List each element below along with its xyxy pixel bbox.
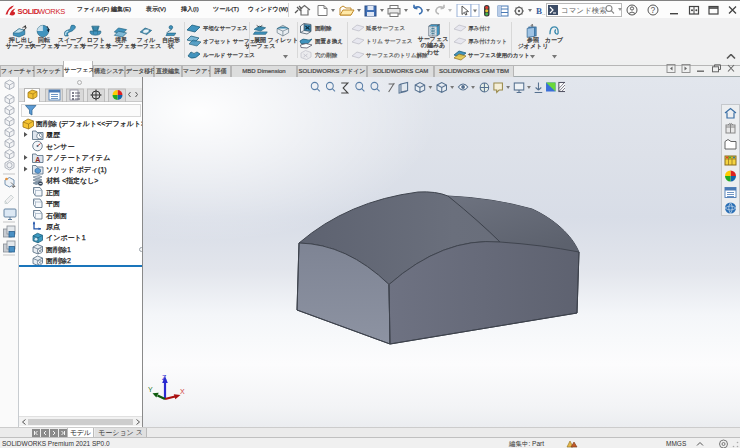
- svg-text:A: A: [35, 156, 40, 163]
- svg-text:?: ?: [651, 5, 656, 15]
- svg-text:Z: Z: [162, 374, 167, 381]
- svg-text:WORKS: WORKS: [38, 7, 65, 16]
- svg-text:X: X: [180, 388, 185, 395]
- svg-text:Y: Y: [148, 386, 153, 393]
- svg-text:SOLID: SOLID: [18, 7, 40, 16]
